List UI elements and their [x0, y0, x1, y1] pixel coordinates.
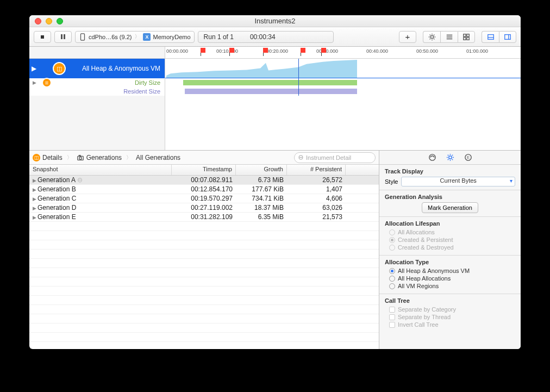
- detail-pane: ◫ Details 〉 Generations 〉 All Generation…: [29, 151, 379, 349]
- device-label: cdPho…6s (9.2): [89, 34, 132, 40]
- track-label: Dirty Size: [135, 79, 160, 86]
- path-all-generations[interactable]: All Generations: [136, 154, 180, 161]
- disclosure-icon[interactable]: ▶: [33, 187, 36, 192]
- panel-call-tree: Call Tree Separate by Category Separate …: [379, 294, 521, 332]
- radio-created-destroyed: Created & Destroyed: [389, 244, 515, 251]
- col-timestamp[interactable]: Timestamp: [172, 165, 236, 175]
- vm-icon: ≡: [42, 78, 52, 88]
- table-row[interactable]: ▶Generation A ⊖00:07.082.9116.73 MiB26,5…: [29, 176, 379, 185]
- style-dropdown[interactable]: Current Bytes: [401, 177, 515, 186]
- ruler-tick: 00:50.000: [416, 48, 438, 54]
- disclosure-icon[interactable]: ▶: [33, 178, 36, 183]
- mark-generation-button[interactable]: Mark Generation: [422, 202, 478, 213]
- ruler-tick: 00:30.000: [316, 48, 338, 54]
- list-icon: [446, 33, 453, 41]
- playhead[interactable]: [298, 78, 299, 87]
- disclosure-icon[interactable]: ▶: [33, 215, 36, 220]
- generations-table: Snapshot Timestamp Growth # Persistent ▶…: [29, 165, 379, 349]
- track-dirty[interactable]: ▶ ≡ Dirty Size: [29, 78, 521, 87]
- col-persistent[interactable]: # Persistent: [287, 165, 346, 175]
- table-header: Snapshot Timestamp Growth # Persistent: [29, 165, 379, 176]
- radio-heap-anon[interactable]: All Heap & Anonymous VM: [389, 267, 515, 274]
- allocations-graph: [165, 59, 521, 78]
- panel-title: Allocation Lifespan: [385, 220, 515, 227]
- playhead[interactable]: [298, 87, 299, 96]
- svg-rect-9: [488, 34, 493, 39]
- path-details[interactable]: Details: [42, 154, 62, 161]
- ruler-tick: 00:20.000: [266, 48, 288, 54]
- panel-title: Call Tree: [385, 297, 515, 304]
- window-title: Instruments2: [29, 17, 521, 25]
- disclosure-icon[interactable]: ▶: [32, 65, 36, 72]
- ruler-tick: 00:00.000: [166, 48, 188, 54]
- focus-icon[interactable]: ⊖: [77, 176, 83, 184]
- radio-vm-regions[interactable]: All VM Regions: [389, 283, 515, 289]
- generation-flag-icon[interactable]: [263, 48, 268, 53]
- inspector-pane: E Track Display Style Current Bytes Gene…: [379, 151, 521, 349]
- strategy-button-3[interactable]: [458, 31, 475, 43]
- timeline-area: 00:00.000 00:10.000 00:20.000 00:30.000 …: [29, 47, 521, 151]
- generation-flag-icon[interactable]: [321, 48, 326, 53]
- extended-detail-icon[interactable]: E: [464, 153, 472, 161]
- path-generations[interactable]: Generations: [86, 154, 122, 161]
- ruler-tick: 00:10.000: [216, 48, 238, 54]
- strategy-button-1[interactable]: [423, 31, 440, 43]
- style-label: Style: [385, 178, 398, 185]
- generation-flag-icon[interactable]: [201, 48, 205, 53]
- panel-allocation-lifespan: Allocation Lifespan All Allocations Crea…: [379, 217, 521, 256]
- target-selector[interactable]: cdPho…6s (9.2) 〉 X MemoryDemo: [75, 31, 195, 43]
- svg-point-1: [430, 35, 433, 38]
- resident-bar: [185, 89, 357, 94]
- toolbar: cdPho…6s (9.2) 〉 X MemoryDemo Run 1 of 1…: [29, 27, 521, 47]
- chevron-right-icon: 〉: [135, 33, 140, 40]
- camera-icon: [77, 154, 84, 161]
- disclosure-icon[interactable]: ▶: [33, 206, 36, 211]
- col-snapshot[interactable]: Snapshot: [29, 165, 172, 175]
- pause-button[interactable]: [54, 31, 72, 43]
- generation-flag-icon[interactable]: [301, 48, 305, 53]
- pause-icon: [61, 34, 65, 39]
- track-allocations[interactable]: ▶ ◫ All Heap & Anonymous VM: [29, 59, 521, 78]
- disclosure-icon[interactable]: ▶: [33, 196, 36, 202]
- gear-icon: [428, 33, 436, 41]
- search-input[interactable]: Instrument Detail: [294, 152, 376, 163]
- record-stop-button[interactable]: [34, 31, 51, 43]
- table-row[interactable]: ▶Generation E00:31.282.1096.35 MiB21,573: [29, 213, 379, 222]
- strategy-group: [423, 31, 475, 43]
- disclosure-icon[interactable]: ▶: [33, 80, 36, 85]
- detail-toggle-button[interactable]: [482, 31, 499, 43]
- instruments-window: Instruments2 cdPho…6s (9.2) 〉 X MemoryDe…: [29, 15, 521, 349]
- panel-bottom-icon: [487, 33, 495, 41]
- svg-text:E: E: [466, 155, 469, 160]
- allocations-icon: ◫: [33, 154, 40, 161]
- radio-heap-alloc[interactable]: All Heap Allocations: [389, 275, 515, 282]
- svg-rect-0: [81, 33, 85, 40]
- inspector-tabs: E: [379, 151, 521, 165]
- generation-flag-icon[interactable]: [229, 48, 234, 53]
- ruler-tick: 01:00.000: [466, 48, 488, 54]
- panel-title: Allocation Type: [385, 259, 515, 265]
- col-growth[interactable]: Growth: [236, 165, 287, 175]
- table-row[interactable]: ▶Generation B00:12.854.170177.67 KiB1,40…: [29, 185, 379, 194]
- svg-rect-11: [505, 34, 511, 39]
- strategy-button-2[interactable]: [440, 31, 458, 43]
- elapsed-time: 00:00:34: [250, 33, 276, 41]
- record-settings-icon[interactable]: [428, 153, 436, 161]
- view-group: [482, 31, 516, 43]
- playhead[interactable]: [298, 59, 299, 78]
- panel-right-icon: [504, 33, 511, 41]
- table-row[interactable]: ▶Generation D00:27.119.00218.37 MiB63,02…: [29, 203, 379, 213]
- panel-allocation-type: Allocation Type All Heap & Anonymous VM …: [379, 256, 521, 294]
- run-status[interactable]: Run 1 of 1 00:00:34: [198, 31, 334, 43]
- table-row[interactable]: ▶Generation C00:19.570.297734.71 KiB4,60…: [29, 194, 379, 203]
- inspector-toggle-button[interactable]: [499, 31, 516, 43]
- track-resident[interactable]: Resident Size: [29, 87, 521, 96]
- filter-icon: [298, 154, 304, 160]
- display-settings-icon[interactable]: [446, 153, 454, 161]
- svg-rect-8: [467, 37, 469, 39]
- panel-generation-analysis: Generation Analysis Mark Generation: [379, 190, 521, 217]
- ruler[interactable]: 00:00.000 00:10.000 00:20.000 00:30.000 …: [29, 47, 521, 59]
- svg-rect-15: [79, 155, 80, 156]
- add-instrument-button[interactable]: +: [399, 31, 416, 43]
- check-invert-tree: Invert Call Tree: [389, 321, 515, 328]
